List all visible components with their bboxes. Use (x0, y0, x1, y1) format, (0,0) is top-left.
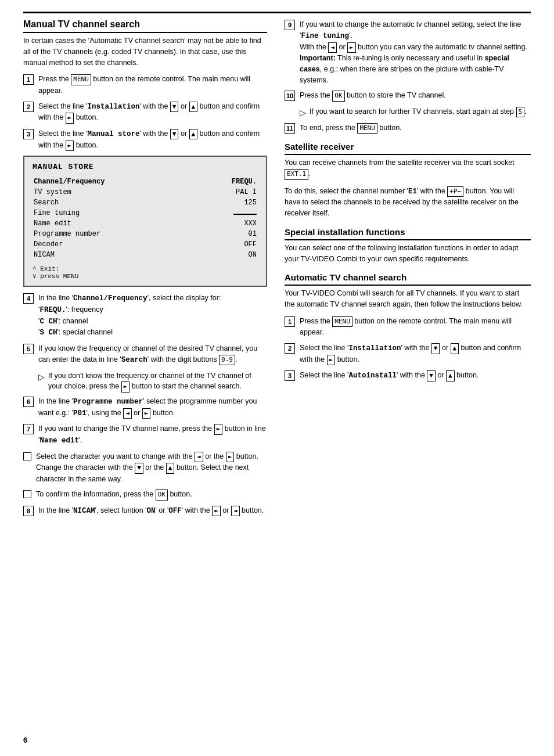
auto-step-num-1: 1 (285, 316, 295, 327)
page-number: 6 (23, 736, 27, 744)
auto-step-2: 2 Select the line 'Installation' with th… (285, 343, 531, 365)
row-value (199, 208, 257, 218)
row-label: Programme number (34, 229, 197, 239)
step-1: 1 Press the MENU button on the remote co… (23, 74, 267, 96)
special-title: Special installation functions (285, 227, 531, 240)
manual-store-screen: MANUAL STORE Channel/Frequency FREQU. TV… (23, 156, 267, 287)
auto-step-content-3: Select the line 'Autoinstall' with the ▼… (300, 370, 531, 381)
row-value: ON (199, 250, 257, 260)
step-5: 5 If you know the frequency or channel o… (23, 343, 267, 366)
auto-step-1: 1 Press the MENU button on the remote co… (285, 316, 531, 338)
row-label: Decoder (34, 240, 197, 249)
row-label: NICAM (34, 250, 197, 260)
step-content-8: In the line 'NICAM', select funtion 'ON'… (38, 505, 267, 517)
col-header-1: Channel/Frequency (34, 177, 197, 186)
row-label: Fine tuning (34, 208, 197, 218)
auto-step-content-2: Select the line 'Installation' with the … (300, 343, 531, 365)
auto-step-num-2: 2 (285, 343, 295, 354)
section1-title: Manual TV channel search (23, 19, 267, 33)
table-row: NICAM ON (34, 250, 257, 260)
auto-section: Automatic TV channel search Your TV-VIDE… (285, 272, 531, 381)
screen-title: MANUAL STORE (33, 163, 258, 171)
row-value: OFF (199, 240, 257, 249)
step-content-7: If you want to change the TV channel nam… (38, 423, 267, 446)
auto-text: Your TV-VIDEO Combi will search for all … (285, 288, 531, 310)
row-value: 01 (199, 229, 257, 239)
checkbox-text-2: To confirm the information, press the OK… (36, 489, 192, 501)
step-num-9: 9 (285, 20, 295, 30)
step-9: 9 If you want to change the automatic tv… (285, 19, 531, 85)
step-6: 6 In the line 'Programme number' select … (23, 396, 267, 419)
satellite-title: Satellite receiver (285, 142, 531, 155)
step-content-3: Select the line 'Manual store' with the … (38, 128, 267, 151)
step-num-4: 4 (23, 293, 34, 304)
satellite-section: Satellite receiver You can receive chann… (285, 142, 531, 219)
top-rule (23, 12, 531, 13)
step-5-note: ▷ If you don't know the frequency or cha… (38, 370, 267, 393)
row-value: XXX (199, 219, 257, 228)
col-header-2: FREQU. (199, 177, 257, 186)
step-4: 4 In the line 'Channel/Frequency', selec… (23, 293, 267, 339)
step-content-1: Press the MENU button on the remote cont… (38, 74, 267, 96)
step-num-2: 2 (23, 102, 34, 112)
special-section: Special installation functions You can s… (285, 227, 531, 265)
step-content-5: If you know the frequency or channel of … (38, 343, 267, 366)
arrow-icon: ▷ (38, 371, 45, 383)
auto-step-num-3: 3 (285, 370, 295, 381)
checkbox-text-1: Select the character you want to change … (36, 451, 267, 485)
intro-text: In certain cases the 'Automatic TV chann… (23, 35, 267, 68)
checkbox-icon-2 (23, 490, 31, 498)
auto-title: Automatic TV channel search (285, 272, 531, 286)
step-7: 7 If you want to change the TV channel n… (23, 423, 267, 446)
step-content-4: In the line 'Channel/Frequency', select … (38, 293, 267, 339)
satellite-text1: You can receive channels from the satell… (285, 157, 531, 179)
step-content-2: Select the line 'Installation' with the … (38, 101, 267, 124)
menu-button: MENU (71, 74, 91, 85)
step-num-1: 1 (23, 74, 34, 85)
step-10-note: ▷ If you want to search for further TV c… (300, 106, 531, 119)
step-num-3: 3 (23, 129, 34, 139)
row-label: Search (34, 198, 197, 207)
step-num-5: 5 (23, 344, 34, 354)
step-num-7: 7 (23, 424, 34, 434)
auto-step-3: 3 Select the line 'Autoinstall' with the… (285, 370, 531, 381)
step-2: 2 Select the line 'Installation' with th… (23, 101, 267, 124)
table-row: Fine tuning (34, 208, 257, 218)
row-label: TV system (34, 188, 197, 197)
arrow-icon-2: ▷ (300, 107, 306, 119)
table-row: Decoder OFF (34, 240, 257, 249)
step-3: 3 Select the line 'Manual store' with th… (23, 128, 267, 151)
step-num-6: 6 (23, 397, 34, 407)
step-10: 10 Press the OK button to store the TV c… (285, 90, 531, 102)
checkbox-step-2: To confirm the information, press the OK… (23, 489, 267, 501)
satellite-text2: To do this, select the channel number 'E… (285, 186, 531, 219)
step-content-9: If you want to change the automatic tv c… (300, 19, 531, 85)
screen-table: Channel/Frequency FREQU. TV system PAL I… (33, 176, 258, 261)
screen-footer: ^ Exit:∨ press MENU (33, 265, 258, 280)
step-num-8: 8 (23, 506, 34, 516)
table-row: Channel/Frequency FREQU. (34, 177, 257, 186)
step-num-11: 11 (285, 123, 295, 134)
table-row: Name edit XXX (34, 219, 257, 228)
step-5-note-text: If you don't know the frequency or chann… (48, 370, 267, 393)
step-num-10: 10 (285, 91, 295, 101)
row-value: PAL I (199, 188, 257, 197)
checkbox-step-1: Select the character you want to change … (23, 451, 267, 485)
row-label: Name edit (34, 219, 197, 228)
row-value: 125 (199, 198, 257, 207)
left-column: Manual TV channel search In certain case… (23, 19, 267, 521)
table-row: TV system PAL I (34, 188, 257, 197)
step-11: 11 To end, press the MENU button. (285, 123, 531, 134)
table-row: Programme number 01 (34, 229, 257, 239)
table-row: Search 125 (34, 198, 257, 207)
step-content-11: To end, press the MENU button. (300, 123, 531, 134)
step-10-note-text: If you want to search for further TV cha… (310, 106, 527, 118)
step-content-10: Press the OK button to store the TV chan… (300, 90, 531, 102)
right-column: 9 If you want to change the automatic tv… (285, 19, 531, 521)
special-text: You can select one of the following inst… (285, 243, 531, 265)
auto-step-content-1: Press the MENU button on the remote cont… (300, 316, 531, 338)
step-content-6: In the line 'Programme number' select th… (38, 396, 267, 419)
checkbox-icon-1 (23, 452, 31, 460)
step-8: 8 In the line 'NICAM', select funtion 'O… (23, 505, 267, 517)
